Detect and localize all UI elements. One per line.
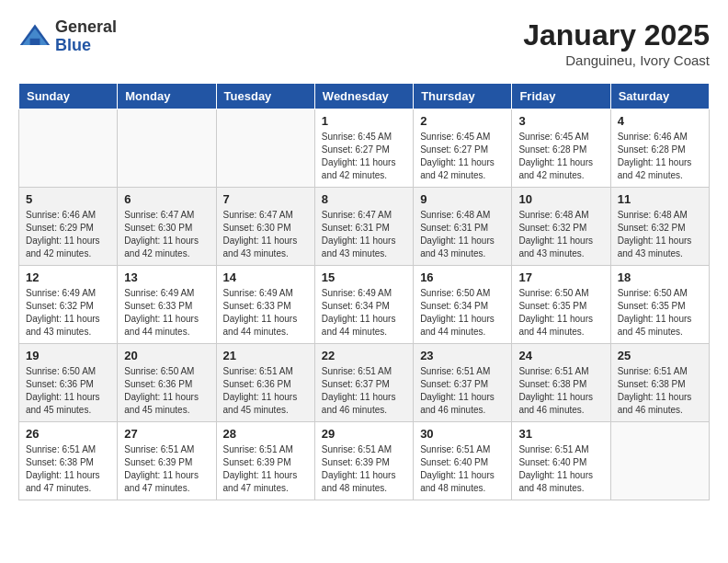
logo-icon: [18, 20, 51, 53]
day-info: Sunrise: 6:51 AM Sunset: 6:40 PM Dayligh…: [420, 443, 505, 495]
day-info: Sunrise: 6:51 AM Sunset: 6:39 PM Dayligh…: [124, 443, 209, 495]
calendar-cell: 22Sunrise: 6:51 AM Sunset: 6:37 PM Dayli…: [314, 344, 413, 422]
calendar-cell: 30Sunrise: 6:51 AM Sunset: 6:40 PM Dayli…: [414, 422, 512, 500]
day-number: 11: [618, 192, 702, 206]
day-info: Sunrise: 6:45 AM Sunset: 6:27 PM Dayligh…: [420, 131, 505, 182]
day-info: Sunrise: 6:49 AM Sunset: 6:32 PM Dayligh…: [26, 287, 110, 339]
day-number: 20: [124, 349, 209, 362]
calendar-cell: 20Sunrise: 6:50 AM Sunset: 6:36 PM Dayli…: [118, 344, 216, 422]
day-number: 10: [518, 192, 603, 206]
calendar-cell: 5Sunrise: 6:46 AM Sunset: 6:29 PM Daylig…: [19, 188, 118, 266]
day-number: 5: [26, 192, 110, 206]
day-number: 1: [322, 114, 406, 128]
day-info: Sunrise: 6:50 AM Sunset: 6:35 PM Dayligh…: [518, 287, 603, 339]
calendar-cell: 21Sunrise: 6:51 AM Sunset: 6:36 PM Dayli…: [216, 344, 314, 422]
day-number: 17: [518, 270, 603, 284]
day-number: 8: [322, 192, 406, 206]
day-info: Sunrise: 6:49 AM Sunset: 6:34 PM Dayligh…: [322, 287, 406, 339]
calendar-cell: 7Sunrise: 6:47 AM Sunset: 6:30 PM Daylig…: [216, 188, 314, 266]
day-number: 21: [223, 349, 308, 362]
calendar-cell: 24Sunrise: 6:51 AM Sunset: 6:38 PM Dayli…: [512, 344, 610, 422]
logo: General Blue: [18, 18, 117, 55]
calendar-week-5: 26Sunrise: 6:51 AM Sunset: 6:38 PM Dayli…: [19, 422, 710, 500]
calendar-cell: [118, 109, 216, 188]
calendar-cell: 14Sunrise: 6:49 AM Sunset: 6:33 PM Dayli…: [216, 266, 314, 344]
day-number: 31: [518, 427, 603, 441]
calendar-cell: 8Sunrise: 6:47 AM Sunset: 6:31 PM Daylig…: [314, 188, 413, 266]
day-info: Sunrise: 6:50 AM Sunset: 6:35 PM Dayligh…: [618, 287, 702, 339]
day-info: Sunrise: 6:50 AM Sunset: 6:34 PM Dayligh…: [420, 287, 505, 339]
calendar-cell: 15Sunrise: 6:49 AM Sunset: 6:34 PM Dayli…: [314, 266, 413, 344]
calendar-cell: [19, 109, 118, 188]
location: Danguineu, Ivory Coast: [523, 52, 710, 68]
day-info: Sunrise: 6:51 AM Sunset: 6:36 PM Dayligh…: [223, 365, 308, 417]
calendar-week-1: 1Sunrise: 6:45 AM Sunset: 6:27 PM Daylig…: [19, 109, 710, 188]
weekday-header-friday: Friday: [512, 84, 610, 109]
calendar: SundayMondayTuesdayWednesdayThursdayFrid…: [18, 83, 710, 500]
day-info: Sunrise: 6:47 AM Sunset: 6:31 PM Dayligh…: [322, 209, 406, 260]
weekday-header-sunday: Sunday: [19, 84, 118, 109]
calendar-cell: 12Sunrise: 6:49 AM Sunset: 6:32 PM Dayli…: [19, 266, 118, 344]
calendar-cell: 27Sunrise: 6:51 AM Sunset: 6:39 PM Dayli…: [118, 422, 216, 500]
weekday-header-saturday: Saturday: [610, 84, 709, 109]
day-info: Sunrise: 6:51 AM Sunset: 6:37 PM Dayligh…: [322, 365, 406, 417]
calendar-cell: [610, 422, 709, 500]
day-number: 30: [420, 427, 505, 441]
day-number: 6: [124, 192, 209, 206]
calendar-cell: 6Sunrise: 6:47 AM Sunset: 6:30 PM Daylig…: [118, 188, 216, 266]
calendar-cell: 13Sunrise: 6:49 AM Sunset: 6:33 PM Dayli…: [118, 266, 216, 344]
calendar-cell: 19Sunrise: 6:50 AM Sunset: 6:36 PM Dayli…: [19, 344, 118, 422]
day-number: 24: [518, 349, 603, 362]
day-number: 26: [26, 427, 110, 441]
day-number: 13: [124, 270, 209, 284]
weekday-header-tuesday: Tuesday: [216, 84, 314, 109]
day-info: Sunrise: 6:51 AM Sunset: 6:39 PM Dayligh…: [223, 443, 308, 495]
day-number: 7: [223, 192, 308, 206]
weekday-header-wednesday: Wednesday: [314, 84, 413, 109]
calendar-cell: 25Sunrise: 6:51 AM Sunset: 6:38 PM Dayli…: [610, 344, 709, 422]
day-info: Sunrise: 6:46 AM Sunset: 6:28 PM Dayligh…: [618, 131, 702, 182]
calendar-cell: 18Sunrise: 6:50 AM Sunset: 6:35 PM Dayli…: [610, 266, 709, 344]
day-info: Sunrise: 6:48 AM Sunset: 6:32 PM Dayligh…: [618, 209, 702, 260]
weekday-header-row: SundayMondayTuesdayWednesdayThursdayFrid…: [19, 84, 710, 109]
day-info: Sunrise: 6:45 AM Sunset: 6:27 PM Dayligh…: [322, 131, 406, 182]
day-number: 15: [322, 270, 406, 284]
day-number: 9: [420, 192, 505, 206]
calendar-cell: 3Sunrise: 6:45 AM Sunset: 6:28 PM Daylig…: [512, 109, 610, 188]
day-number: 16: [420, 270, 505, 284]
logo-general-text: General: [55, 18, 117, 37]
logo-text: General Blue: [55, 18, 117, 55]
day-info: Sunrise: 6:51 AM Sunset: 6:39 PM Dayligh…: [322, 443, 406, 495]
day-info: Sunrise: 6:48 AM Sunset: 6:31 PM Dayligh…: [420, 209, 505, 260]
day-info: Sunrise: 6:51 AM Sunset: 6:37 PM Dayligh…: [420, 365, 505, 417]
day-info: Sunrise: 6:49 AM Sunset: 6:33 PM Dayligh…: [124, 287, 209, 339]
calendar-cell: 11Sunrise: 6:48 AM Sunset: 6:32 PM Dayli…: [610, 188, 709, 266]
logo-blue-text: Blue: [55, 37, 117, 55]
calendar-cell: 17Sunrise: 6:50 AM Sunset: 6:35 PM Dayli…: [512, 266, 610, 344]
calendar-cell: 16Sunrise: 6:50 AM Sunset: 6:34 PM Dayli…: [414, 266, 512, 344]
calendar-cell: 1Sunrise: 6:45 AM Sunset: 6:27 PM Daylig…: [314, 109, 413, 188]
day-info: Sunrise: 6:51 AM Sunset: 6:38 PM Dayligh…: [618, 365, 702, 417]
calendar-cell: 10Sunrise: 6:48 AM Sunset: 6:32 PM Dayli…: [512, 188, 610, 266]
calendar-week-3: 12Sunrise: 6:49 AM Sunset: 6:32 PM Dayli…: [19, 266, 710, 344]
day-number: 14: [223, 270, 308, 284]
svg-rect-2: [30, 39, 40, 45]
day-number: 23: [420, 349, 505, 362]
calendar-cell: 29Sunrise: 6:51 AM Sunset: 6:39 PM Dayli…: [314, 422, 413, 500]
day-info: Sunrise: 6:49 AM Sunset: 6:33 PM Dayligh…: [223, 287, 308, 339]
weekday-header-monday: Monday: [118, 84, 216, 109]
day-info: Sunrise: 6:50 AM Sunset: 6:36 PM Dayligh…: [124, 365, 209, 417]
calendar-week-2: 5Sunrise: 6:46 AM Sunset: 6:29 PM Daylig…: [19, 188, 710, 266]
day-number: 25: [618, 349, 702, 362]
calendar-week-4: 19Sunrise: 6:50 AM Sunset: 6:36 PM Dayli…: [19, 344, 710, 422]
day-number: 18: [618, 270, 702, 284]
day-info: Sunrise: 6:48 AM Sunset: 6:32 PM Dayligh…: [518, 209, 603, 260]
weekday-header-thursday: Thursday: [414, 84, 512, 109]
title-block: January 2025 Danguineu, Ivory Coast: [523, 18, 710, 68]
day-number: 2: [420, 114, 505, 128]
day-number: 29: [322, 427, 406, 441]
calendar-cell: 26Sunrise: 6:51 AM Sunset: 6:38 PM Dayli…: [19, 422, 118, 500]
day-number: 19: [26, 349, 110, 362]
day-info: Sunrise: 6:51 AM Sunset: 6:38 PM Dayligh…: [518, 365, 603, 417]
day-number: 28: [223, 427, 308, 441]
